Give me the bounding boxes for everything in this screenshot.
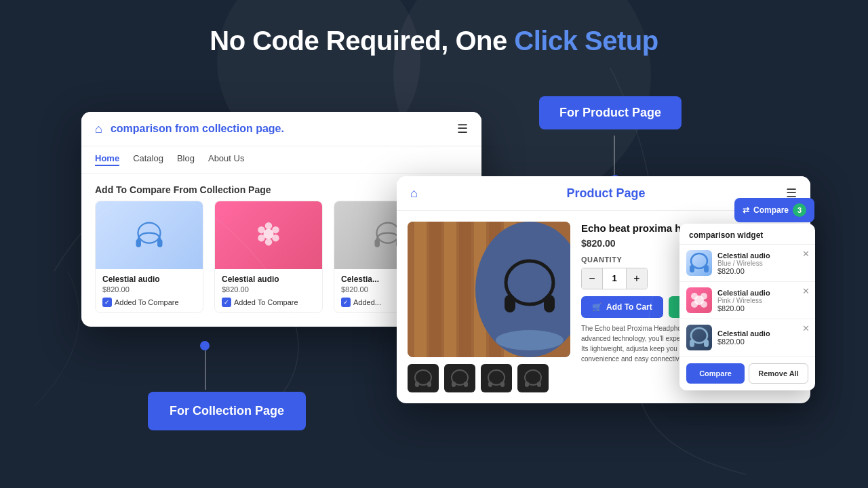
svg-rect-48 bbox=[704, 340, 709, 347]
widget-item-2-price: $820.00 bbox=[717, 304, 770, 312]
check-icon-1: ✓ bbox=[102, 298, 112, 307]
svg-point-7 bbox=[272, 235, 279, 242]
quantity-increase-button[interactable]: + bbox=[627, 268, 647, 289]
collection-nav-menu-icon: ☰ bbox=[457, 121, 468, 136]
product-1-info: Celestial audio $820.00 ✓ Added To Compa… bbox=[96, 269, 203, 312]
widget-compare-button[interactable]: Compare bbox=[686, 363, 745, 384]
page-title: No Code Required, One Click Setup bbox=[0, 26, 868, 56]
add-to-cart-label: Add To Cart bbox=[606, 302, 652, 312]
widget-item-1-price: $820.00 bbox=[717, 267, 770, 275]
compare-label-1: Added To Compare bbox=[115, 298, 179, 306]
svg-rect-14 bbox=[414, 222, 427, 357]
widget-item-3-name: Celestial audio bbox=[717, 329, 770, 338]
compare-icon: ⇄ bbox=[743, 205, 749, 215]
product-nav-title: Product Page bbox=[426, 186, 786, 201]
widget-item-2-close-button[interactable]: ✕ bbox=[802, 286, 810, 296]
svg-rect-17 bbox=[459, 222, 471, 357]
product-1-price: $820.00 bbox=[102, 285, 196, 293]
product-main-image bbox=[408, 222, 570, 357]
svg-point-3 bbox=[264, 229, 274, 239]
svg-rect-31 bbox=[464, 382, 468, 387]
svg-rect-27 bbox=[415, 382, 419, 387]
svg-rect-47 bbox=[690, 340, 694, 347]
thumbnail-2[interactable] bbox=[444, 364, 475, 392]
svg-point-6 bbox=[258, 235, 265, 242]
svg-point-44 bbox=[691, 301, 698, 308]
connector-line-collection bbox=[205, 349, 206, 390]
collection-nav-logo-icon: ⌂ bbox=[95, 122, 102, 136]
product-1-name: Celestial audio bbox=[102, 274, 196, 284]
svg-point-42 bbox=[691, 293, 698, 300]
widget-item-3-close-button[interactable]: ✕ bbox=[802, 323, 810, 333]
nav-link-home[interactable]: Home bbox=[95, 153, 119, 166]
svg-rect-15 bbox=[429, 222, 441, 357]
widget-item-2: Celestial audio Pink / Wireless $820.00 … bbox=[679, 282, 815, 319]
compare-toggle-label: Compare bbox=[753, 205, 789, 215]
thumbnail-3[interactable] bbox=[481, 364, 512, 392]
collection-nav-links: Home Catalog Blog About Us bbox=[81, 146, 481, 174]
svg-rect-34 bbox=[500, 382, 505, 387]
nav-link-about[interactable]: About Us bbox=[208, 153, 244, 166]
product-2-price: $820.00 bbox=[222, 285, 315, 293]
product-2-image bbox=[215, 201, 322, 269]
collection-nav: ⌂ comparison from collection page. ☰ bbox=[81, 112, 481, 146]
thumbnail-1[interactable] bbox=[408, 364, 439, 392]
collection-nav-title: comparison from collection page. bbox=[111, 123, 457, 135]
title-accent: Click Setup bbox=[514, 26, 658, 56]
quantity-value: 1 bbox=[602, 268, 627, 289]
for-collection-page-button[interactable]: For Collection Page bbox=[148, 392, 306, 430]
collection-product-1[interactable]: Celestial audio $820.00 ✓ Added To Compa… bbox=[95, 201, 203, 313]
svg-point-45 bbox=[701, 301, 707, 308]
product-1-compare: ✓ Added To Compare bbox=[102, 298, 196, 307]
nav-link-catalog[interactable]: Catalog bbox=[133, 153, 163, 166]
widget-item-3-image bbox=[686, 325, 712, 350]
product-nav-logo-icon: ⌂ bbox=[410, 186, 418, 201]
quantity-decrease-button[interactable]: − bbox=[582, 268, 602, 289]
product-1-image bbox=[96, 201, 203, 269]
svg-rect-28 bbox=[427, 382, 431, 387]
widget-item-1: Celestial audio Blue / Wireless $820.00 … bbox=[679, 245, 815, 282]
cart-icon: 🛒 bbox=[592, 302, 602, 312]
nav-link-blog[interactable]: Blog bbox=[177, 153, 195, 166]
svg-point-5 bbox=[272, 226, 279, 234]
compare-toggle-button[interactable]: ⇄ Compare 3 bbox=[734, 198, 814, 222]
thumbnail-4[interactable] bbox=[517, 364, 549, 392]
product-2-compare: ✓ Added To Compare bbox=[222, 298, 315, 307]
page-header: No Code Required, One Click Setup bbox=[0, 0, 868, 63]
widget-item-2-name: Celestial audio bbox=[717, 289, 770, 297]
widget-item-2-variant: Pink / Wireless bbox=[717, 297, 770, 304]
compare-label-2: Added To Compare bbox=[234, 298, 298, 306]
widget-item-1-variant: Blue / Wireless bbox=[717, 260, 770, 267]
svg-rect-40 bbox=[704, 265, 709, 272]
add-to-cart-button[interactable]: 🛒 Add To Cart bbox=[581, 296, 663, 318]
for-product-page-button[interactable]: For Product Page bbox=[539, 96, 682, 129]
svg-rect-30 bbox=[452, 382, 456, 387]
product-2-info: Celestial audio $820.00 ✓ Added To Compa… bbox=[215, 269, 322, 312]
product-image-section bbox=[408, 222, 570, 392]
widget-remove-all-button[interactable]: Remove All bbox=[749, 363, 808, 384]
widget-item-3: Celestial audio $820.00 ✕ bbox=[679, 319, 815, 357]
collection-product-2[interactable]: Celestial audio $820.00 ✓ Added To Compa… bbox=[214, 201, 323, 313]
compare-count-badge: 3 bbox=[793, 203, 806, 217]
svg-rect-33 bbox=[488, 382, 492, 387]
connector-dot-collection bbox=[200, 341, 210, 350]
svg-point-43 bbox=[701, 293, 707, 300]
svg-point-9 bbox=[265, 239, 273, 246]
svg-point-8 bbox=[265, 222, 273, 230]
quantity-control: − 1 + bbox=[581, 268, 648, 289]
svg-rect-16 bbox=[444, 222, 456, 357]
widget-actions: Compare Remove All bbox=[679, 357, 815, 390]
widget-item-1-close-button[interactable]: ✕ bbox=[802, 249, 810, 259]
svg-point-4 bbox=[258, 226, 265, 234]
connector-line-product bbox=[614, 136, 615, 180]
widget-item-3-price: $820.00 bbox=[717, 338, 770, 346]
svg-rect-24 bbox=[505, 295, 515, 312]
widget-item-3-details: Celestial audio $820.00 bbox=[717, 329, 770, 346]
compare-label-3: Added... bbox=[353, 298, 381, 306]
svg-rect-39 bbox=[690, 265, 694, 272]
widget-item-1-image bbox=[686, 250, 712, 276]
widget-item-1-name: Celestial audio bbox=[717, 251, 770, 260]
svg-rect-25 bbox=[544, 295, 555, 312]
product-thumbnails bbox=[408, 364, 570, 392]
svg-rect-37 bbox=[537, 382, 541, 387]
